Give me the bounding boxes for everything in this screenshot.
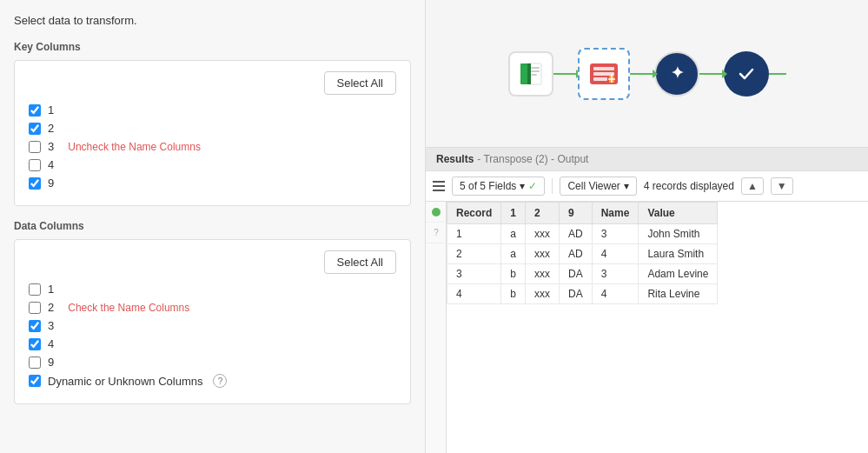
key-col-2-label: 2	[48, 122, 54, 135]
data-col-3-checkbox[interactable]	[29, 320, 41, 332]
green-status-dot	[426, 202, 447, 223]
key-col-3-label: 3	[48, 140, 54, 153]
cell-record-2: 3	[447, 264, 501, 284]
data-col-9-label: 9	[48, 356, 54, 369]
connector-2	[630, 73, 654, 75]
data-col-2-label: 2	[48, 301, 54, 314]
key-col-9-label: 9	[48, 177, 54, 190]
cross-node[interactable]: ✦	[654, 51, 699, 97]
results-subtitle: - Transpose (2) - Output	[477, 153, 588, 165]
cell-col9-1: AD	[560, 244, 593, 264]
cell-col2-3: xxx	[526, 284, 560, 304]
svg-rect-3	[531, 70, 540, 72]
data-col-4-label: 4	[48, 337, 54, 350]
data-col-4-row: 4	[29, 337, 396, 350]
key-columns-select-all-button[interactable]: Select All	[324, 71, 396, 95]
col-header-2: 2	[526, 203, 560, 224]
cell-name-1: 4	[592, 244, 639, 264]
fields-button[interactable]: 5 of 5 Fields ▾ ✓	[452, 177, 545, 196]
key-col-1-row: 1	[29, 103, 396, 117]
data-col-3-label: 3	[48, 319, 54, 332]
key-col-3-checkbox[interactable]	[29, 141, 41, 153]
data-col-4-checkbox[interactable]	[29, 338, 41, 350]
table-row: 1 a xxx AD 3 John Smith	[447, 224, 718, 244]
svg-text:✦: ✦	[670, 64, 683, 82]
key-columns-select-all-row: Select All	[29, 71, 396, 95]
scroll-down-button[interactable]: ▼	[771, 177, 793, 195]
cell-name-0: 3	[592, 224, 639, 244]
cell-value-1: Laura Smith	[639, 244, 718, 264]
svg-rect-17	[433, 181, 445, 183]
data-columns-box: Select All 1 2 Check the Name Columns 3 …	[14, 239, 411, 404]
data-col-2-checkbox[interactable]	[29, 302, 41, 314]
key-columns-hint: Uncheck the Name Columns	[68, 141, 201, 153]
scroll-up-button[interactable]: ▲	[741, 177, 764, 195]
workflow-nodes: ✦	[508, 48, 786, 100]
data-table: ? Record 1 2 9 Name Value	[426, 202, 868, 453]
help-sidebar-icon[interactable]: ?	[426, 223, 447, 243]
key-col-4-row: 4	[29, 158, 396, 171]
col-header-record: Record	[447, 203, 501, 224]
key-columns-label: Key Columns	[14, 41, 411, 53]
cell-col9-3: DA	[560, 284, 593, 304]
connector-end	[769, 73, 786, 75]
table-wrapper: Record 1 2 9 Name Value 1 a xxx AD 3 Joh…	[447, 202, 868, 453]
data-col-9-row: 9	[29, 356, 396, 369]
cell-viewer-label: Cell Viewer	[567, 180, 620, 192]
check-icon	[734, 62, 759, 86]
key-col-2-checkbox[interactable]	[29, 123, 41, 135]
data-col-3-row: 3	[29, 319, 396, 332]
data-columns-hint: Check the Name Columns	[68, 302, 189, 314]
data-columns-select-all-button[interactable]: Select All	[324, 250, 396, 274]
cell-col1-3: b	[501, 284, 526, 304]
book-node[interactable]	[508, 51, 553, 97]
svg-point-16	[735, 63, 758, 85]
fields-check-icon: ✓	[528, 180, 537, 192]
cell-viewer-button[interactable]: Cell Viewer ▾	[560, 177, 636, 196]
cell-name-2: 3	[592, 264, 639, 284]
key-columns-box: Select All 1 2 3 Uncheck the Name Column…	[14, 60, 411, 206]
cell-record-0: 1	[447, 224, 501, 244]
data-col-2-row: 2 Check the Name Columns	[29, 301, 396, 314]
svg-rect-10	[593, 77, 607, 81]
key-col-1-label: 1	[48, 103, 54, 117]
data-col-dynamic-checkbox[interactable]	[29, 375, 41, 387]
data-col-1-checkbox[interactable]	[29, 283, 41, 296]
panel-title: Select data to transform.	[14, 14, 411, 27]
data-columns-select-all-row: Select All	[29, 250, 396, 274]
col-header-value: Value	[639, 203, 718, 224]
data-col-1-row: 1	[29, 283, 396, 296]
cell-col2-1: xxx	[526, 244, 560, 264]
menu-icon[interactable]	[433, 180, 445, 192]
key-col-1-checkbox[interactable]	[29, 104, 41, 117]
left-panel: Select data to transform. Key Columns Se…	[0, 0, 426, 453]
key-col-9-checkbox[interactable]	[29, 177, 41, 190]
cell-record-1: 2	[447, 244, 501, 264]
cross-icon: ✦	[664, 61, 690, 87]
dynamic-help-icon[interactable]: ?	[213, 374, 227, 388]
workflow-area: ✦	[426, 0, 868, 148]
key-col-4-checkbox[interactable]	[29, 159, 41, 171]
data-col-9-checkbox[interactable]	[29, 356, 41, 369]
col-header-9: 9	[560, 203, 593, 224]
cell-value-3: Rita Levine	[639, 284, 718, 304]
cell-col1-1: a	[501, 244, 526, 264]
svg-rect-8	[593, 67, 614, 70]
transform-node[interactable]	[578, 48, 630, 100]
cell-col9-2: DA	[560, 264, 593, 284]
key-col-2-row: 2	[29, 122, 396, 135]
svg-rect-6	[527, 63, 531, 84]
results-header: Results - Transpose (2) - Output	[426, 148, 868, 171]
fields-dropdown-icon: ▾	[520, 180, 525, 192]
key-col-3-row: 3 Uncheck the Name Columns	[29, 140, 396, 153]
svg-rect-4	[531, 74, 537, 76]
svg-rect-2	[531, 67, 540, 69]
toolbar: 5 of 5 Fields ▾ ✓ Cell Viewer ▾ 4 record…	[426, 171, 868, 202]
svg-rect-18	[433, 185, 445, 187]
table-row: 3 b xxx DA 3 Adam Levine	[447, 264, 718, 284]
key-col-9-row: 9	[29, 177, 396, 190]
check-node[interactable]	[724, 51, 769, 97]
data-columns-label: Data Columns	[14, 220, 411, 232]
cell-name-3: 4	[592, 284, 639, 304]
transform-icon	[588, 58, 620, 90]
